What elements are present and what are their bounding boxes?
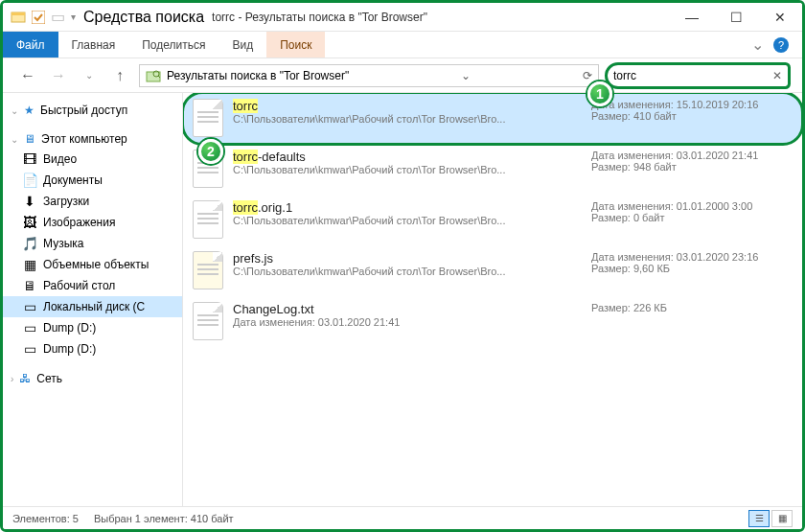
result-row[interactable]: prefs.js C:\Пользователи\kmwar\Рабочий с… xyxy=(183,245,802,296)
tab-search[interactable]: Поиск xyxy=(266,32,325,58)
sidebar-item[interactable]: ▭Dump (D:) xyxy=(3,317,182,338)
sidebar-item-label: Рабочий стол xyxy=(43,279,115,292)
result-meta: Дата изменения: 01.01.2000 3:00Размер: 0… xyxy=(591,200,793,223)
sidebar-item-label: Видео xyxy=(43,152,77,166)
sidebar-item-label: Документы xyxy=(43,173,103,187)
up-button[interactable]: ↑ xyxy=(108,64,131,87)
sidebar-item-label: Dump (D:) xyxy=(43,321,96,335)
network-icon: 🖧 xyxy=(19,372,31,385)
result-path: C:\Пользователи\kmwar\Рабочий стол\Tor B… xyxy=(233,266,559,277)
sidebar-thispc-label: Этот компьютер xyxy=(41,132,127,146)
desktop-icon: 🖥 xyxy=(22,278,37,293)
sidebar-item[interactable]: 🎵Музыка xyxy=(3,233,182,254)
sidebar-item-label: Загрузки xyxy=(43,195,89,208)
sidebar-item[interactable]: ▦Объемные объекты xyxy=(3,254,182,275)
sidebar-network-label: Сеть xyxy=(36,372,62,385)
result-name: torrc-defaults xyxy=(233,150,582,164)
search-box[interactable]: ✕ xyxy=(607,64,789,87)
view-icons-button[interactable]: ▦ xyxy=(771,510,793,527)
callout-badge-1: 1 xyxy=(587,81,612,106)
window-title: torrc - Результаты поиска в "Tor Browser… xyxy=(204,11,670,24)
minimize-button[interactable]: — xyxy=(670,3,714,32)
result-name: prefs.js xyxy=(233,251,582,266)
quick-access-toolbar: ▭ ▾ xyxy=(3,8,83,26)
result-meta: Дата изменения: 15.10.2019 20:16Размер: … xyxy=(591,99,793,122)
help-icon[interactable]: ? xyxy=(773,37,789,53)
sidebar-item[interactable]: ▭Dump (D:) xyxy=(3,338,182,359)
sidebar-item[interactable]: ⬇Загрузки xyxy=(3,191,182,212)
explorer-icon xyxy=(11,10,26,25)
file-icon xyxy=(193,99,223,137)
result-path: C:\Пользователи\kmwar\Рабочий стол\Tor B… xyxy=(233,215,559,226)
sidebar-item[interactable]: 🖥Рабочий стол xyxy=(3,275,182,296)
sidebar-item-label: Изображения xyxy=(43,216,115,229)
status-bar: Элементов: 5 Выбран 1 элемент: 410 байт … xyxy=(3,506,802,529)
result-meta: Дата изменения: 03.01.2020 23:16Размер: … xyxy=(591,251,793,274)
sidebar-item[interactable]: ▭Локальный диск (C xyxy=(3,296,182,317)
result-row[interactable]: ChangeLog.txt Дата изменения: 03.01.2020… xyxy=(183,296,802,347)
drive-icon: ▭ xyxy=(22,320,37,335)
3d-icon: ▦ xyxy=(22,257,37,272)
tab-home[interactable]: Главная xyxy=(58,32,129,58)
qat-new-folder-icon[interactable]: ▭ xyxy=(51,8,65,26)
status-count: Элементов: 5 xyxy=(12,513,79,524)
result-meta: Дата изменения: 03.01.2020 21:41Размер: … xyxy=(591,150,793,173)
image-icon: 🖼 xyxy=(22,215,37,230)
sidebar-item-label: Объемные объекты xyxy=(43,258,149,271)
file-icon xyxy=(193,251,223,289)
recent-dropdown[interactable]: ⌄ xyxy=(78,64,101,87)
tab-share[interactable]: Поделиться xyxy=(128,32,218,58)
monitor-icon: 🖥 xyxy=(24,132,35,146)
ribbon-collapse-icon[interactable]: ⌄ xyxy=(751,35,764,54)
results-list: torrc C:\Пользователи\kmwar\Рабочий стол… xyxy=(183,93,802,506)
sidebar: ⌄ ★ Быстрый доступ ⌄ 🖥 Этот компьютер 🎞В… xyxy=(3,93,183,506)
search-folder-icon xyxy=(146,68,161,83)
qat-checkbox-icon[interactable] xyxy=(32,11,45,24)
status-selection: Выбран 1 элемент: 410 байт xyxy=(94,513,234,524)
sidebar-item-label: Локальный диск (C xyxy=(43,300,145,313)
chevron-right-icon: › xyxy=(11,374,13,384)
file-icon xyxy=(193,302,223,340)
result-meta: Размер: 226 КБ xyxy=(591,302,793,313)
sidebar-item[interactable]: 🎞Видео xyxy=(3,149,182,170)
sidebar-item-label: Dump (D:) xyxy=(43,342,96,356)
refresh-icon[interactable]: ⟳ xyxy=(583,69,592,82)
tab-view[interactable]: Вид xyxy=(218,32,266,58)
result-row[interactable]: torrc.orig.1 C:\Пользователи\kmwar\Рабоч… xyxy=(183,195,802,245)
doc-icon: 📄 xyxy=(22,173,37,188)
titlebar: ▭ ▾ Средства поиска torrc - Результаты п… xyxy=(3,3,802,32)
drive-icon: ▭ xyxy=(22,299,37,314)
result-row[interactable]: torrc C:\Пользователи\kmwar\Рабочий стол… xyxy=(183,93,802,144)
clear-search-icon[interactable]: ✕ xyxy=(772,69,782,82)
qat-dropdown-icon[interactable]: ▾ xyxy=(71,12,76,22)
address-text: Результаты поиска в "Tor Browser" xyxy=(167,69,349,82)
sidebar-item[interactable]: 📄Документы xyxy=(3,170,182,191)
file-icon xyxy=(193,200,223,239)
result-name: ChangeLog.txt xyxy=(233,302,582,316)
sidebar-quick-access[interactable]: ⌄ ★ Быстрый доступ xyxy=(3,101,182,120)
sidebar-item[interactable]: 🖼Изображения xyxy=(3,212,182,233)
result-name: torrc.orig.1 xyxy=(233,200,582,215)
close-button[interactable]: ✕ xyxy=(758,3,802,32)
result-row[interactable]: torrc-defaults C:\Пользователи\kmwar\Раб… xyxy=(183,144,802,195)
sidebar-quick-label: Быстрый доступ xyxy=(40,104,127,117)
star-icon: ★ xyxy=(24,104,34,117)
view-details-button[interactable]: ☰ xyxy=(748,510,770,527)
sidebar-network[interactable]: › 🖧 Сеть xyxy=(3,369,182,388)
video-icon: 🎞 xyxy=(22,151,37,167)
result-path: C:\Пользователи\kmwar\Рабочий стол\Tor B… xyxy=(233,164,559,175)
tab-file[interactable]: Файл xyxy=(3,32,58,58)
address-dropdown-icon[interactable]: ⌄ xyxy=(461,69,471,82)
maximize-button[interactable]: ☐ xyxy=(714,3,758,32)
ribbon: Файл Главная Поделиться Вид Поиск ⌄ ? xyxy=(3,32,802,58)
sidebar-this-pc[interactable]: ⌄ 🖥 Этот компьютер xyxy=(3,129,182,149)
forward-button[interactable]: → xyxy=(47,64,70,87)
back-button[interactable]: ← xyxy=(16,64,39,87)
svg-rect-2 xyxy=(32,11,45,24)
chevron-down-icon: ⌄ xyxy=(11,134,18,145)
navbar: ← → ⌄ ↑ Результаты поиска в "Tor Browser… xyxy=(3,58,802,93)
context-tab-label: Средства поиска xyxy=(83,9,204,26)
address-bar[interactable]: Результаты поиска в "Tor Browser" ⌄ ⟳ xyxy=(139,64,599,87)
search-input[interactable] xyxy=(613,69,769,82)
result-path: C:\Пользователи\kmwar\Рабочий стол\Tor B… xyxy=(233,113,559,125)
